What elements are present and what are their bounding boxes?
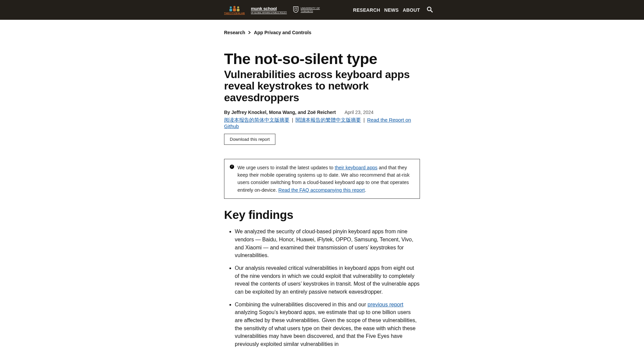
logo-citizenlab-text: THECITIZENLAB (224, 12, 245, 14)
logo-uoft-line1: UNIVERSITY OF (301, 7, 320, 10)
f3-pre: Combining the vulnerabilities discovered… (235, 302, 368, 307)
page-title: The not-so-silent type (224, 51, 420, 67)
publish-date: April 23, 2024 (344, 110, 373, 115)
callout-link-faq[interactable]: Read the FAQ accompanying this report (278, 187, 365, 193)
list-item: Our analysis revealed critical vulnerabi… (235, 264, 420, 296)
callout-box: i We urge users to install the latest up… (224, 159, 420, 199)
byline: By Jeffrey Knockel, Mona Wang, and Zoë R… (224, 110, 336, 115)
main-content: Research App Privacy and Controls The no… (224, 20, 420, 348)
main-nav: RESEARCH NEWS ABOUT (353, 7, 420, 13)
callout-text: We urge users to install the latest upda… (237, 164, 414, 194)
svg-line-8 (431, 10, 432, 12)
svg-rect-3 (233, 8, 236, 11)
page-subtitle: Vulnerabilities across keyboard apps rev… (224, 69, 420, 104)
logo-munk-big: munk school (251, 6, 287, 11)
svg-rect-1 (229, 9, 232, 11)
link-previous-report[interactable]: previous report (368, 302, 404, 307)
logo-uoft[interactable]: UNIVERSITY OF TORONTO (293, 6, 320, 14)
uoft-crest-icon (293, 6, 299, 14)
key-findings-list: We analyzed the security of cloud-based … (224, 228, 420, 348)
list-item: We analyzed the security of cloud-based … (235, 228, 420, 259)
search-button[interactable] (427, 6, 433, 14)
logo-uoft-text: UNIVERSITY OF TORONTO (301, 7, 320, 13)
link-simplified-cn[interactable]: 阅读本报告的简体中文版摘要 (224, 117, 289, 123)
callout-pre: We urge users to install the latest upda… (237, 165, 335, 170)
byline-row: By Jeffrey Knockel, Mona Wang, and Zoë R… (224, 110, 420, 115)
links-sep2: | (361, 117, 367, 123)
key-findings-heading: Key findings (224, 208, 420, 222)
breadcrumb: Research App Privacy and Controls (224, 30, 420, 35)
breadcrumb-app-privacy[interactable]: App Privacy and Controls (254, 30, 311, 35)
citizenlab-icon (228, 6, 241, 12)
logos-group: THECITIZENLAB munk school OF GLOBAL AFFA… (224, 6, 320, 14)
top-bar: THECITIZENLAB munk school OF GLOBAL AFFA… (0, 0, 644, 20)
svg-point-4 (237, 6, 239, 8)
links-sep1: | (289, 117, 296, 123)
alt-links-row: 阅读本报告的简体中文版摘要 | 閱讀本報告的繁體中文版摘要 | Read the… (224, 117, 420, 129)
nav-about[interactable]: ABOUT (403, 7, 420, 13)
link-traditional-cn[interactable]: 閱讀本報告的繁體中文版摘要 (296, 117, 361, 123)
logo-citizenlab[interactable]: THECITIZENLAB (224, 6, 245, 14)
svg-rect-5 (237, 9, 239, 11)
download-report-button[interactable]: Download this report (224, 134, 275, 145)
nav-news[interactable]: NEWS (384, 7, 399, 13)
svg-point-2 (233, 6, 235, 8)
chevron-right-icon (248, 31, 251, 34)
search-icon (427, 6, 433, 12)
f3-post: analyzing Sogou’s keyboard apps, we esti… (235, 309, 417, 347)
callout-link-keyboard-apps[interactable]: their keyboard apps (335, 165, 377, 170)
list-item: Combining the vulnerabilities discovered… (235, 301, 420, 348)
callout-post: . (365, 187, 366, 193)
breadcrumb-research[interactable]: Research (224, 30, 245, 35)
logo-munk[interactable]: munk school OF GLOBAL AFFAIRS & PUBLIC P… (251, 6, 287, 14)
svg-point-0 (230, 6, 232, 8)
nav-research[interactable]: RESEARCH (353, 7, 380, 13)
info-icon: i (230, 165, 234, 169)
svg-rect-6 (295, 8, 297, 10)
logo-munk-small: OF GLOBAL AFFAIRS & PUBLIC POLICY (251, 11, 287, 14)
top-bar-inner: THECITIZENLAB munk school OF GLOBAL AFFA… (224, 0, 420, 20)
logo-uoft-line2: TORONTO (301, 10, 320, 13)
